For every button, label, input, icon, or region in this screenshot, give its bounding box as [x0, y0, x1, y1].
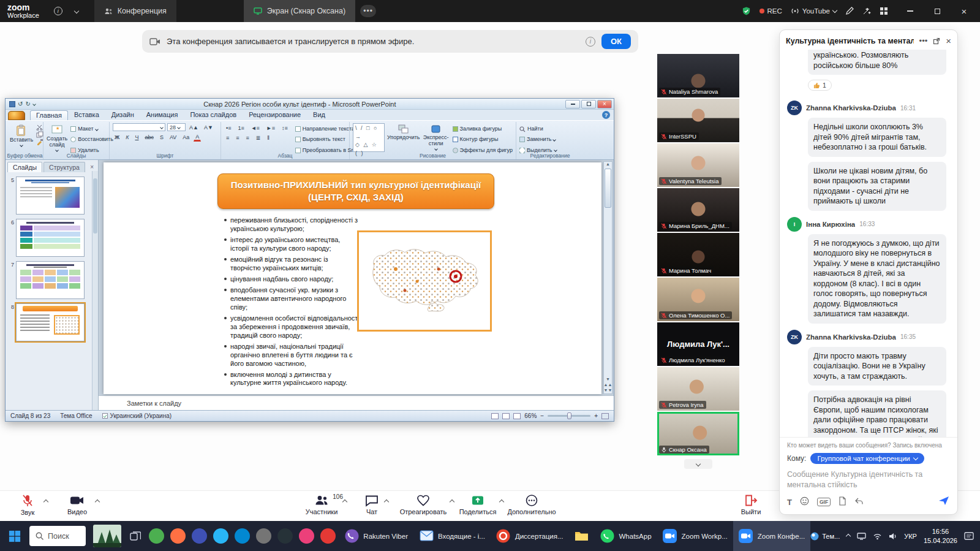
- numbered-list-button[interactable]: 1≡: [236, 124, 246, 132]
- taskbar-app-folder[interactable]: [569, 521, 595, 551]
- arrange-button[interactable]: Упорядочить: [388, 123, 420, 152]
- text-shadow-button[interactable]: S: [158, 134, 165, 141]
- decrease-indent-button[interactable]: ◄≡: [249, 124, 262, 132]
- telegram-icon[interactable]: [235, 528, 250, 544]
- scroll-down-icon[interactable]: ▼: [606, 377, 610, 381]
- pinned-app-icon[interactable]: [192, 528, 207, 544]
- paste-button[interactable]: Вставить: [10, 123, 33, 152]
- chat-close-icon[interactable]: ×: [946, 36, 951, 46]
- cut-icon[interactable]: [36, 124, 43, 131]
- ribbon-tab-slideshow[interactable]: Показ слайдов: [184, 110, 243, 120]
- columns-button[interactable]: ‖: [265, 134, 271, 142]
- grow-font-button[interactable]: A▲: [187, 124, 200, 131]
- close-button[interactable]: ×: [951, 0, 978, 22]
- change-case-button[interactable]: Aa: [181, 134, 191, 141]
- chat-button[interactable]: Чат: [358, 494, 386, 515]
- shapes-gallery[interactable]: \ / □ ○ → ◇ △ ☆ ( ): [353, 123, 385, 152]
- ribbon-tab-review[interactable]: Рецензирование: [243, 110, 307, 120]
- ribbon-tab-view[interactable]: Вид: [307, 110, 331, 120]
- help-icon[interactable]: ?: [602, 111, 610, 119]
- desktop-preview-widget[interactable]: [93, 525, 121, 547]
- ribbon-tab-animation[interactable]: Анимация: [140, 110, 184, 120]
- new-slide-button[interactable]: Создать слайд: [47, 123, 67, 152]
- shape-fill-button[interactable]: Заливка фигуры: [453, 124, 513, 134]
- leave-button[interactable]: Выйти: [733, 494, 769, 515]
- pinned-app-icon[interactable]: [170, 528, 186, 544]
- slide-thumbnail-6[interactable]: [16, 219, 85, 257]
- gif-icon[interactable]: GIF: [817, 498, 831, 506]
- pinned-app-icon[interactable]: [299, 528, 314, 544]
- reaction-chip[interactable]: 1: [808, 80, 832, 91]
- format-painter-icon[interactable]: [36, 139, 43, 145]
- chat-recipient-select[interactable]: Групповой чат конференции: [810, 453, 924, 464]
- security-shield-icon[interactable]: [742, 6, 751, 16]
- chevron-down-icon[interactable]: [67, 2, 86, 20]
- display-tray-icon[interactable]: [857, 533, 866, 540]
- font-size-select[interactable]: 28: [167, 123, 186, 131]
- attach-file-icon[interactable]: [839, 496, 846, 508]
- font-color-button[interactable]: A: [194, 133, 201, 142]
- react-button[interactable]: Отреагировать: [395, 494, 451, 515]
- status-language[interactable]: Украинский (Украина): [102, 412, 172, 419]
- redo-icon[interactable]: ↻: [25, 101, 30, 107]
- ppt-close-button[interactable]: ×: [597, 100, 612, 108]
- font-name-select[interactable]: [113, 123, 165, 131]
- zoom-slider[interactable]: [548, 415, 590, 417]
- slide-thumbnail-8-selected[interactable]: [16, 303, 85, 341]
- increase-indent-button[interactable]: ►≡: [265, 124, 277, 132]
- task-view-button[interactable]: [125, 521, 146, 551]
- taskbar-app-zoom-workplace[interactable]: Zoom Workp...: [657, 521, 733, 551]
- react-options-icon[interactable]: [450, 500, 454, 504]
- avatar[interactable]: ZK: [787, 101, 802, 115]
- emoji-icon[interactable]: [800, 496, 809, 508]
- slide-scrollbar[interactable]: ▲ ▼ ▲▲ ▼▼: [603, 161, 612, 394]
- video-options-icon[interactable]: [95, 500, 100, 504]
- send-message-button[interactable]: [938, 495, 950, 509]
- tab-screen-share[interactable]: Экран (Скнар Оксана): [244, 0, 355, 22]
- more-button[interactable]: Дополнительно: [503, 494, 560, 515]
- ppt-maximize-button[interactable]: [581, 100, 596, 108]
- maximize-button[interactable]: [924, 0, 951, 22]
- participant-video[interactable]: InterSSPU: [657, 99, 739, 142]
- network-tray-icon[interactable]: [873, 533, 882, 540]
- scroll-up-icon[interactable]: ▲: [606, 162, 610, 166]
- participant-video[interactable]: Олена Тимошенко О...: [657, 278, 739, 321]
- office-button[interactable]: [8, 111, 25, 120]
- ribbon-tab-home[interactable]: Главная: [30, 110, 68, 120]
- taskbar-app-whatsapp[interactable]: WhatsApp: [595, 521, 657, 551]
- participant-video[interactable]: Nataliya Shmarova: [657, 54, 739, 97]
- participants-button[interactable]: 106 Участники: [299, 494, 344, 515]
- chat-popout-icon[interactable]: [933, 37, 940, 45]
- pinned-app-icon[interactable]: [149, 528, 164, 544]
- zoom-in-icon[interactable]: +: [594, 412, 598, 419]
- format-text-icon[interactable]: T: [787, 498, 792, 507]
- underline-button[interactable]: Ч: [133, 134, 140, 141]
- slide-thumbnail-5[interactable]: [16, 177, 85, 215]
- current-slide[interactable]: Позитивно-ПРИХИЛЬНИЙ тип культурної іден…: [104, 162, 601, 394]
- banner-ok-button[interactable]: ОК: [601, 34, 631, 49]
- slide-canvas[interactable]: Позитивно-ПРИХИЛЬНИЙ тип культурної іден…: [99, 160, 614, 395]
- slideshow-view-button[interactable]: [513, 413, 521, 419]
- zoom-out-icon[interactable]: −: [540, 412, 544, 419]
- italic-button[interactable]: К: [124, 134, 130, 141]
- hidden-icons-chevron[interactable]: [846, 533, 851, 538]
- slide-thumbnail-7[interactable]: [16, 261, 85, 299]
- collapse-videos-button[interactable]: [684, 459, 712, 469]
- ai-wand-icon[interactable]: [862, 7, 871, 15]
- video-button[interactable]: Видео: [58, 494, 97, 515]
- action-center-icon[interactable]: [964, 531, 974, 541]
- justify-button[interactable]: ≣: [254, 134, 263, 142]
- slide-bullet-list[interactable]: переживання близькості, спорідненості з …: [224, 216, 360, 390]
- taskbar-app-mail[interactable]: Входящие - i...: [413, 521, 491, 551]
- pane-tab-slides[interactable]: Слайды: [7, 162, 42, 172]
- banner-info-icon[interactable]: i: [586, 37, 595, 47]
- shrink-font-button[interactable]: A▼: [202, 124, 215, 131]
- media-app-icon[interactable]: [320, 528, 336, 544]
- chat-more-icon[interactable]: •••: [919, 36, 928, 45]
- taskbar-app-viber[interactable]: Rakuten Viber: [339, 521, 413, 551]
- layout-button[interactable]: Макет: [70, 124, 113, 134]
- participant-video[interactable]: Марина Толмач: [657, 233, 739, 276]
- shape-outline-button[interactable]: Контур фигуры: [453, 135, 513, 144]
- previous-slide-icon[interactable]: ▲▲: [604, 382, 612, 387]
- align-right-button[interactable]: ≡: [244, 134, 251, 142]
